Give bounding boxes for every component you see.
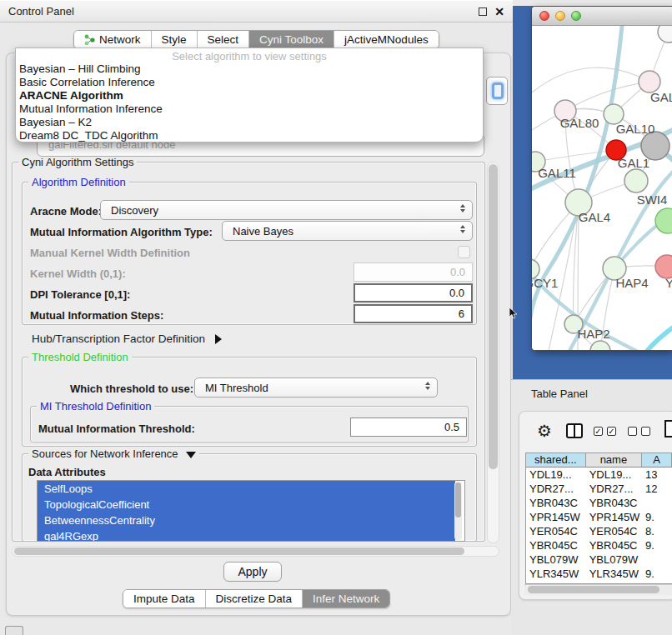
- node-label: Y: [665, 276, 672, 290]
- network-node[interactable]: [658, 26, 672, 42]
- table-row[interactable]: YDR27...YDR27...12: [526, 482, 672, 496]
- kernel-width-label: Kernel Width (0,1):: [30, 268, 126, 280]
- table-cell: YBR045C: [526, 538, 586, 552]
- table-cell: YBR043C: [526, 496, 586, 510]
- gear-icon[interactable]: ⚙: [537, 420, 552, 442]
- tab-discretize-data[interactable]: Discretize Data: [206, 590, 303, 608]
- mi-threshold-input[interactable]: 0.5: [350, 418, 467, 437]
- mi-steps-input[interactable]: 6: [354, 304, 473, 323]
- threshold-definition-title: Threshold Definition: [28, 352, 132, 362]
- tab-label: jActiveMNodules: [344, 33, 429, 46]
- network-canvas[interactable]: GAL7GAL80GAL10GAL1GAL11SWI4GAL4GCY1HAP4Y…: [532, 26, 672, 351]
- column-header-A[interactable]: A: [642, 453, 672, 467]
- algorithm-option[interactable]: Bayesian – K2: [16, 116, 483, 129]
- table-horizontal-scrollbar-thumb[interactable]: [528, 586, 659, 593]
- network-view-window: GAL7GAL80GAL10GAL1GAL11SWI4GAL4GCY1HAP4Y…: [531, 6, 672, 351]
- node-label: HAP4: [615, 276, 648, 290]
- close-traffic-light-icon[interactable]: [539, 11, 549, 21]
- attribute-item-selected[interactable]: BetweennessCentrality: [38, 512, 455, 528]
- settings-horizontal-scrollbar-thumb[interactable]: [14, 548, 464, 555]
- zoom-traffic-light-icon[interactable]: [571, 11, 581, 21]
- network-node[interactable]: [655, 255, 672, 278]
- collapse-down-icon: [186, 452, 196, 458]
- network-node[interactable]: [590, 341, 610, 351]
- combo-arrows-icon: [425, 382, 430, 390]
- network-node[interactable]: [624, 169, 648, 192]
- data-attributes-list[interactable]: SelfLoopsTopologicalCoefficientBetweenne…: [37, 480, 465, 542]
- table-row[interactable]: YDL19...YDL19...13: [526, 468, 672, 482]
- deselect-all-checkbox-icon[interactable]: [628, 427, 637, 436]
- attribute-item-selected[interactable]: SelfLoops: [38, 481, 455, 497]
- table-row[interactable]: YBL079WYBL079W: [526, 552, 672, 567]
- manual-kernel-checkbox[interactable]: [458, 246, 470, 258]
- minimize-traffic-light-icon[interactable]: [555, 11, 565, 21]
- node-label: GCY1: [532, 276, 558, 290]
- float-window-icon[interactable]: [479, 8, 487, 16]
- table-cell: YBR045C: [586, 538, 642, 552]
- split-columns-icon[interactable]: [566, 423, 583, 438]
- column-header-shared[interactable]: shared...: [526, 453, 586, 467]
- algorithm-option[interactable]: Bayesian – Hill Climbing: [16, 62, 483, 76]
- node-label: GAL11: [538, 166, 576, 180]
- tab-infer-network[interactable]: Infer Network: [303, 590, 389, 608]
- combo-arrows-icon: [460, 204, 465, 212]
- table-cell: YPR145W: [526, 510, 586, 524]
- select-all-checkbox-icon[interactable]: ✓: [594, 427, 603, 436]
- network-window-titlebar[interactable]: [532, 7, 672, 26]
- bottom-left-partial-button[interactable]: [5, 626, 23, 635]
- network-node[interactable]: [655, 208, 672, 233]
- node-attribute-table[interactable]: shared...nameA YDL19...YDL19...13YDR27..…: [525, 452, 672, 584]
- column-header-name[interactable]: name: [586, 453, 642, 467]
- algorithm-dropdown-popup: Select algorithm to view settings Bayesi…: [15, 48, 484, 142]
- sources-toggle[interactable]: Sources for Network Inference: [28, 448, 199, 459]
- attribute-item-selected[interactable]: gal4RGexp: [38, 528, 455, 542]
- aracne-mode-combo[interactable]: Discovery: [100, 200, 473, 220]
- mi-type-combo[interactable]: Naive Bayes: [222, 221, 473, 241]
- table-row[interactable]: YBR043CYBR043C: [526, 496, 672, 510]
- control-panel-titlebar: Control Panel ✕: [0, 0, 513, 22]
- tab-select[interactable]: Select: [198, 31, 250, 48]
- table-cell: YDL19...: [586, 468, 642, 482]
- table-row[interactable]: YER054CYER054C8.: [526, 524, 672, 538]
- table-cell: 13: [642, 468, 672, 482]
- hub-definition-label: Hub/Transcription Factor Definition: [32, 332, 205, 345]
- close-icon[interactable]: ✕: [494, 8, 504, 16]
- mouse-cursor: [509, 308, 519, 319]
- attribute-list-scrollbar-thumb[interactable]: [455, 482, 461, 518]
- node-label: GAL1: [618, 156, 649, 170]
- dpi-tolerance-input[interactable]: 0.0: [354, 283, 473, 302]
- table-cell: 8.: [642, 524, 672, 538]
- table-row[interactable]: YBR045CYBR045C9.: [526, 538, 672, 552]
- control-panel-title: Control Panel: [8, 5, 74, 18]
- tab-jactivemnodules[interactable]: jActiveMNodules: [334, 31, 439, 48]
- kernel-width-input[interactable]: 0.0: [354, 262, 473, 282]
- tab-impute-data[interactable]: Impute Data: [123, 590, 206, 608]
- algorithm-option[interactable]: Basic Correlation Inference: [16, 76, 483, 89]
- apply-button[interactable]: Apply: [223, 562, 282, 582]
- network-icon: [84, 34, 95, 45]
- mi-steps-label: Mutual Information Steps:: [30, 309, 163, 322]
- tab-cyni-toolbox[interactable]: Cyni Toolbox: [249, 31, 334, 48]
- mi-type-value: Naive Bayes: [233, 225, 293, 238]
- algorithm-option[interactable]: ARACNE Algorithm: [16, 89, 483, 102]
- algorithm-option[interactable]: Mutual Information Inference: [16, 102, 483, 116]
- aracne-mode-value: Discovery: [111, 204, 158, 217]
- which-threshold-combo[interactable]: MI Threshold: [194, 378, 438, 398]
- node-label: GAL10: [616, 122, 655, 136]
- select-all-checkbox-icon[interactable]: ✓: [607, 427, 616, 436]
- algorithm-option[interactable]: Dream8 DC_TDC Algorithm: [16, 129, 483, 142]
- page-icon-partial[interactable]: [664, 420, 672, 438]
- tab-style[interactable]: Style: [152, 31, 198, 48]
- focus-ring: [492, 82, 504, 99]
- table-cell: YDL19...: [526, 468, 586, 482]
- table-row[interactable]: YPR145WYPR145W9.: [526, 510, 672, 524]
- deselect-all-checkbox-icon[interactable]: [641, 427, 650, 436]
- hub-definition-toggle[interactable]: Hub/Transcription Factor Definition: [32, 332, 222, 345]
- tab-network[interactable]: Network: [74, 31, 152, 48]
- settings-vertical-scrollbar-thumb[interactable]: [489, 164, 498, 469]
- table-row[interactable]: YLR345WYLR345W9.: [526, 567, 672, 581]
- attribute-item-selected[interactable]: TopologicalCoefficient: [38, 497, 455, 512]
- sources-title: Sources for Network Inference: [32, 448, 178, 460]
- manual-kernel-label: Manual Kernel Width Definition: [30, 247, 190, 259]
- dpi-tolerance-label: DPI Tolerance [0,1]:: [30, 288, 130, 301]
